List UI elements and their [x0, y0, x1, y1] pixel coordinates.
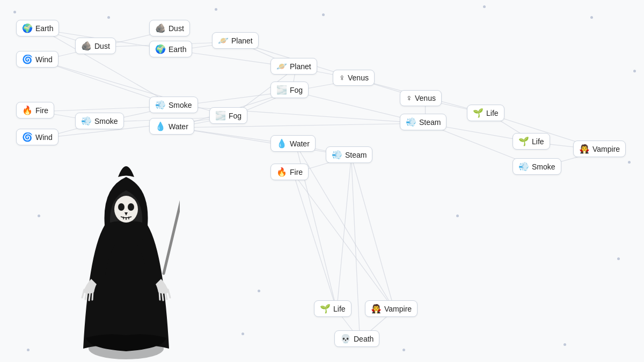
decorative-dot: [38, 215, 40, 217]
node-icon: 🌱: [518, 136, 529, 146]
svg-line-21: [175, 123, 426, 128]
node-label: Venus: [415, 94, 436, 102]
graph-node-steam2[interactable]: 💨Steam: [326, 146, 372, 163]
node-icon: 💧: [276, 138, 287, 149]
svg-line-37: [337, 156, 352, 310]
graph-node-fog2[interactable]: 🌫️Fog: [270, 82, 309, 98]
graph-node-smoke1[interactable]: 💨Smoke: [75, 113, 124, 129]
node-icon: 🔥: [22, 105, 33, 115]
node-label: Steam: [419, 118, 441, 127]
svg-line-5: [40, 61, 231, 117]
graph-node-smoke2[interactable]: 💨Smoke: [149, 97, 198, 113]
graph-node-planet1[interactable]: 🪐Planet: [212, 32, 259, 49]
node-icon: 🌱: [320, 304, 331, 314]
node-label: Fire: [290, 168, 303, 176]
node-icon: 🌍: [155, 44, 166, 54]
graph-node-wind1[interactable]: 🌀Wind: [16, 51, 58, 68]
graph-node-vampire1[interactable]: 🧛Vampire: [573, 141, 626, 157]
grim-reaper: [72, 145, 180, 354]
node-icon: 🪐: [276, 61, 287, 71]
svg-line-66: [159, 292, 160, 300]
graph-node-death1[interactable]: 💀Death: [334, 330, 379, 347]
node-icon: 🌀: [22, 132, 33, 142]
node-icon: 💨: [332, 150, 342, 160]
svg-point-55: [128, 203, 134, 211]
graph-node-smoke3[interactable]: 💨Smoke: [513, 158, 561, 175]
graph-node-dust2[interactable]: 🪨Dust: [149, 20, 190, 36]
node-label: Life: [532, 137, 544, 146]
node-icon: ♀: [406, 93, 412, 103]
graph-node-water2[interactable]: 💧Water: [270, 135, 316, 152]
node-icon: 💀: [340, 334, 351, 344]
node-label: Water: [169, 122, 188, 131]
decorative-dot: [628, 161, 631, 164]
decorative-dot: [27, 349, 30, 351]
node-label: Smoke: [94, 117, 118, 125]
graph-node-wind2[interactable]: 🌀Wind: [16, 129, 58, 145]
node-icon: 🌀: [22, 54, 33, 64]
svg-line-63: [168, 290, 170, 298]
graph-node-fire2[interactable]: 🔥Fire: [270, 164, 309, 180]
node-label: Venus: [348, 73, 369, 82]
node-label: Planet: [290, 62, 311, 71]
decorative-dot: [107, 16, 110, 19]
node-label: Steam: [345, 151, 367, 159]
svg-line-61: [89, 292, 90, 300]
node-icon: 💨: [406, 117, 416, 127]
decorative-dot: [590, 16, 593, 19]
svg-line-35: [294, 173, 337, 310]
node-label: Earth: [35, 24, 53, 33]
node-icon: 🌫️: [276, 85, 287, 95]
svg-line-33: [296, 145, 395, 310]
node-icon: 💧: [155, 121, 166, 131]
decorative-dot: [13, 11, 16, 13]
node-label: Wind: [35, 133, 53, 142]
decorative-dot: [564, 343, 566, 346]
node-icon: ♀: [339, 73, 345, 83]
graph-node-steam1[interactable]: 💨Steam: [400, 114, 447, 130]
node-label: Smoke: [169, 101, 192, 109]
decorative-dot: [633, 70, 636, 72]
node-label: Dust: [169, 24, 184, 33]
svg-line-22: [175, 128, 352, 156]
svg-line-62: [92, 292, 93, 300]
graph-node-venus1[interactable]: ♀Venus: [333, 70, 375, 86]
node-icon: 🪐: [218, 35, 229, 46]
node-label: Death: [354, 335, 374, 343]
node-label: Earth: [169, 45, 186, 54]
node-label: Water: [290, 139, 310, 148]
graph-node-earth2[interactable]: 🌍Earth: [149, 41, 192, 57]
decorative-dot: [241, 333, 244, 335]
node-label: Vampire: [592, 145, 620, 153]
node-label: Planet: [231, 36, 253, 45]
graph-node-fog1[interactable]: 🌫️Fog: [209, 107, 247, 124]
graph-node-earth1[interactable]: 🌍Earth: [16, 20, 59, 36]
decorative-dot: [258, 290, 260, 292]
node-icon: 💨: [518, 161, 529, 172]
graph-node-dust1[interactable]: 🪨Dust: [75, 38, 116, 54]
node-label: Wind: [35, 55, 53, 64]
graph-node-water1[interactable]: 💧Water: [149, 118, 194, 135]
svg-line-38: [352, 156, 395, 310]
svg-line-39: [352, 156, 360, 340]
node-icon: 🌱: [473, 108, 484, 118]
node-icon: 🔥: [276, 167, 287, 177]
graph-node-planet2[interactable]: 🪐Planet: [270, 58, 317, 75]
node-label: Smoke: [532, 162, 555, 171]
node-icon: 🪨: [81, 41, 92, 51]
decorative-dot: [215, 8, 217, 11]
node-label: Vampire: [384, 305, 412, 313]
graph-node-fire1[interactable]: 🔥Fire: [16, 102, 54, 119]
graph-node-life2[interactable]: 🌱Life: [513, 133, 550, 150]
decorative-dot: [483, 5, 486, 8]
graph-node-life3[interactable]: 🌱Life: [314, 300, 352, 317]
graph-node-vampire2[interactable]: 🧛Vampire: [365, 300, 418, 317]
node-icon: 🧛: [579, 144, 590, 154]
node-icon: 🌍: [22, 23, 33, 33]
decorative-dot: [322, 13, 325, 16]
graph-node-life1[interactable]: 🌱Life: [467, 105, 504, 121]
node-label: Fog: [229, 112, 241, 120]
graph-node-venus2[interactable]: ♀Venus: [400, 90, 442, 106]
svg-line-67: [164, 161, 180, 274]
node-label: Dust: [94, 42, 110, 50]
